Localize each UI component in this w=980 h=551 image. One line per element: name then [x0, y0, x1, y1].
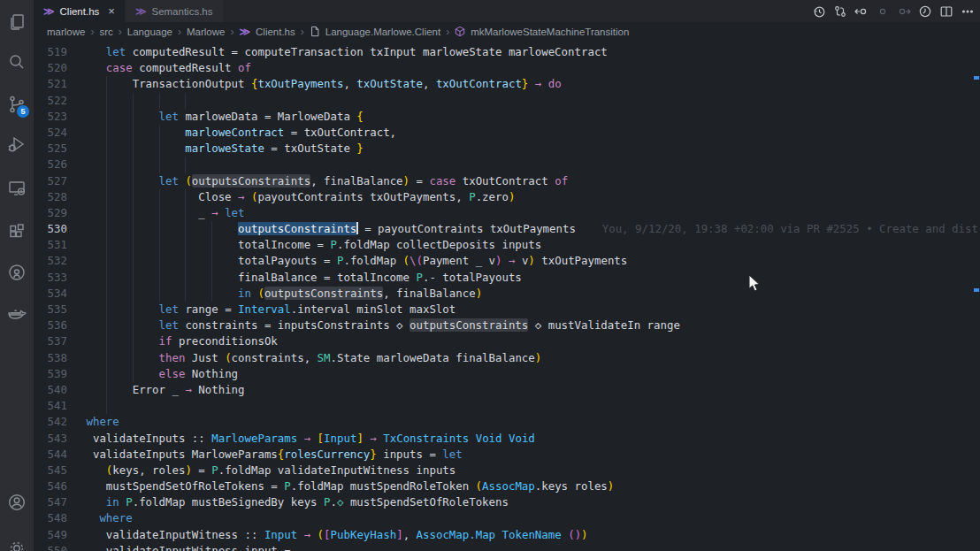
editor-line-519[interactable]: 519 let computedResult = computeTransact… — [34, 44, 980, 60]
line-content[interactable]: outputsConstraints = payoutContraints tx… — [80, 221, 980, 237]
tab-client-hs[interactable]: ≫ Client.hs × — [34, 0, 125, 22]
line-content[interactable]: else Nothing — [80, 366, 980, 382]
line-number: 526 — [34, 157, 67, 172]
editor-line-538[interactable]: 538 then Just (constraints, SM.State mar… — [34, 350, 980, 366]
line-number: 543 — [34, 431, 67, 447]
line-content[interactable]: in P.foldMap mustBeSignedBy keys P.◇ mus… — [80, 494, 980, 510]
editor-line-523[interactable]: 523 let marloweData = MarloweData { — [34, 109, 980, 125]
extensions-icon[interactable] — [0, 218, 34, 248]
editor-line-533[interactable]: 533 finalBalance = totalIncome P.- total… — [34, 270, 980, 286]
line-content[interactable]: let constraints = inputsConstraints ◇ ou… — [80, 318, 980, 333]
editor-line-548[interactable]: 548 where — [34, 510, 980, 526]
line-number: 533 — [34, 270, 67, 286]
code-token: of — [238, 61, 251, 74]
remote-explorer-icon[interactable] — [0, 173, 34, 203]
editor-line-540[interactable]: 540 Error _ → Nothing — [34, 382, 980, 398]
current-change-icon[interactable] — [875, 4, 890, 19]
editor-line-550[interactable]: 550 validateInputWitness input = — [34, 543, 980, 551]
more-actions-icon[interactable] — [960, 4, 975, 19]
editor-line-522[interactable]: 522 — [34, 93, 980, 109]
line-content[interactable] — [80, 157, 980, 172]
editor-line-541[interactable]: 541 — [34, 398, 980, 414]
code-area[interactable]: 519 let computedResult = computeTransact… — [34, 42, 980, 551]
line-content[interactable]: let marloweData = MarloweData { — [80, 109, 980, 125]
line-content[interactable]: _ → let — [80, 205, 980, 221]
breadcrumb-item-file[interactable]: Client.hs — [256, 27, 295, 37]
github-icon[interactable] — [0, 257, 34, 287]
editor-line-521[interactable]: 521 TransactionOutput {txOutPayments, tx… — [34, 76, 980, 92]
editor-line-524[interactable]: 524 marloweContract = txOutContract, — [34, 125, 980, 141]
editor-line-534[interactable]: 534 in (outputsConstraints, finalBalance… — [34, 286, 980, 302]
editor-line-547[interactable]: 547 in P.foldMap mustBeSignedBy keys P.◇… — [34, 494, 980, 510]
source-control-icon[interactable]: 5 — [0, 89, 34, 119]
git-compare-icon[interactable] — [832, 4, 847, 19]
code-token: P — [126, 495, 132, 509]
line-content[interactable]: finalBalance = totalIncome P.- totalPayo… — [80, 270, 980, 286]
line-content[interactable]: Close → (payoutContraints txOutPayments,… — [80, 189, 980, 205]
line-content[interactable]: let computedResult = computeTransaction … — [80, 44, 980, 60]
breadcrumb-item[interactable]: src — [99, 27, 112, 37]
editor-line-544[interactable]: 544 validateInputs MarloweParams{rolesCu… — [34, 447, 980, 463]
line-content[interactable]: totalIncome = P.foldMap collectDeposits … — [80, 237, 980, 253]
breadcrumb-item[interactable]: Marlowe — [187, 27, 225, 37]
line-content[interactable]: let (outputsConstraints, finalBalance) =… — [80, 173, 980, 189]
line-content[interactable]: where — [80, 414, 980, 430]
breadcrumb-item-symbol[interactable]: mkMarloweStateMachineTransition — [471, 27, 629, 37]
editor-line-535[interactable]: 535 let range = Interval.interval minSlo… — [34, 302, 980, 318]
account-icon[interactable] — [0, 487, 34, 517]
close-icon[interactable]: × — [108, 4, 115, 18]
editor-line-549[interactable]: 549 validateInputWitness :: Input → ([Pu… — [34, 527, 980, 543]
line-content[interactable]: where — [80, 510, 980, 526]
line-content[interactable]: then Just (constraints, SM.State marlowe… — [80, 350, 980, 366]
line-content[interactable] — [80, 398, 980, 414]
editor-line-539[interactable]: 539 else Nothing — [34, 366, 980, 382]
editor-line-536[interactable]: 536 let constraints = inputsConstraints … — [34, 318, 980, 333]
line-content[interactable] — [80, 93, 980, 109]
code-token: where — [86, 415, 119, 428]
editor-line-527[interactable]: 527 let (outputsConstraints, finalBalanc… — [34, 173, 980, 189]
editor-line-543[interactable]: 543 validateInputs :: MarloweParams → [I… — [34, 431, 980, 447]
search-icon[interactable] — [0, 47, 34, 77]
editor-line-528[interactable]: 528 Close → (payoutContraints txOutPayme… — [34, 189, 980, 205]
breadcrumb-item-module[interactable]: Language.Marlowe.Client — [325, 27, 440, 37]
previous-change-icon[interactable] — [854, 4, 869, 19]
line-content[interactable]: mustSpendSetOfRoleTokens = P.foldMap mus… — [80, 478, 980, 494]
line-content[interactable]: if preconditionsOk — [80, 333, 980, 349]
editor-line-546[interactable]: 546 mustSpendSetOfRoleTokens = P.foldMap… — [34, 478, 980, 494]
file-history-icon[interactable] — [811, 4, 826, 19]
docker-icon[interactable] — [0, 299, 34, 329]
editor-line-526[interactable]: 526 — [34, 157, 980, 172]
line-content[interactable]: validateInputWitness :: Input → ([PubKey… — [80, 527, 980, 543]
line-content[interactable]: validateInputs :: MarloweParams → [Input… — [80, 431, 980, 447]
line-content[interactable]: TransactionOutput {txOutPayments, txOutS… — [80, 76, 980, 92]
editor-line-545[interactable]: 545 (keys, roles) = P.foldMap validateIn… — [34, 463, 980, 478]
breadcrumb-item[interactable]: Language — [127, 27, 172, 37]
line-content[interactable]: validateInputWitness input = — [80, 543, 980, 551]
line-content[interactable]: in (outputsConstraints, finalBalance) — [80, 286, 980, 302]
editor-line-530[interactable]: 530 outputsConstraints = payoutContraint… — [34, 221, 980, 237]
editor-line-520[interactable]: 520 case computedResult of — [34, 60, 980, 76]
breadcrumb-item[interactable]: marlowe — [47, 27, 85, 37]
split-editor-icon[interactable] — [938, 4, 953, 19]
line-content[interactable]: Error _ → Nothing — [80, 382, 980, 398]
editor-line-531[interactable]: 531 totalIncome = P.foldMap collectDepos… — [34, 237, 980, 253]
line-content[interactable]: validateInputs MarloweParams{rolesCurren… — [80, 447, 980, 463]
line-content[interactable]: marloweContract = txOutContract, — [80, 125, 980, 141]
next-change-icon[interactable] — [896, 4, 911, 19]
line-content[interactable]: (keys, roles) = P.foldMap validateInputW… — [80, 463, 980, 478]
code-token: mustSpendSetOfRoleTokens — [343, 495, 509, 509]
line-content[interactable]: totalPayouts = P.foldMap (\(Payment _ v)… — [80, 253, 980, 269]
editor-line-537[interactable]: 537 if preconditionsOk — [34, 333, 980, 349]
settings-gear-icon[interactable] — [0, 533, 34, 551]
editor-line-525[interactable]: 525 marloweState = txOutState } — [34, 141, 980, 157]
explorer-icon[interactable] — [0, 7, 34, 37]
line-content[interactable]: marloweState = txOutState } — [80, 141, 980, 157]
editor-line-542[interactable]: 542 where — [34, 414, 980, 430]
editor-line-529[interactable]: 529 _ → let — [34, 205, 980, 221]
tab-semantics-hs[interactable]: ≫ Semantics.hs — [126, 0, 223, 22]
line-content[interactable]: let range = Interval.interval minSlot ma… — [80, 302, 980, 318]
open-timeline-icon[interactable] — [917, 4, 932, 19]
line-content[interactable]: case computedResult of — [80, 60, 980, 76]
run-debug-icon[interactable] — [0, 129, 34, 159]
editor-line-532[interactable]: 532 totalPayouts = P.foldMap (\(Payment … — [34, 253, 980, 269]
